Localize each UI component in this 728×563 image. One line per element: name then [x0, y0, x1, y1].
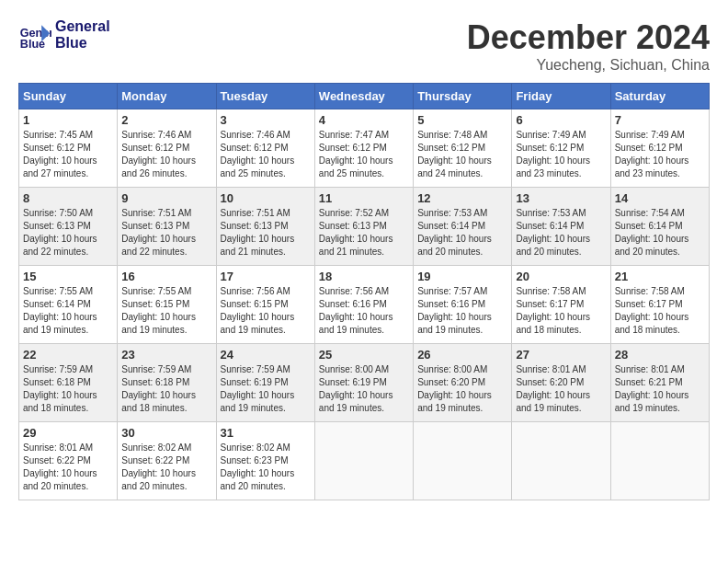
day-number: 8 — [23, 191, 113, 205]
day-number: 24 — [221, 348, 311, 362]
day-header-saturday: Saturday — [610, 84, 709, 109]
day-info: Sunrise: 7:51 AMSunset: 6:13 PMDaylight:… — [121, 207, 211, 259]
calendar-cell: 15 Sunrise: 7:55 AMSunset: 6:14 PMDaylig… — [19, 266, 118, 344]
day-info: Sunrise: 8:01 AMSunset: 6:20 PMDaylight:… — [516, 363, 606, 415]
day-info: Sunrise: 7:59 AMSunset: 6:18 PMDaylight:… — [121, 363, 211, 415]
day-number: 15 — [23, 270, 113, 283]
day-info: Sunrise: 7:56 AMSunset: 6:16 PMDaylight:… — [319, 285, 409, 337]
calendar-cell: 26 Sunrise: 8:00 AMSunset: 6:20 PMDaylig… — [414, 344, 512, 422]
day-info: Sunrise: 7:50 AMSunset: 6:13 PMDaylight:… — [23, 207, 113, 259]
day-info: Sunrise: 7:49 AMSunset: 6:12 PMDaylight:… — [516, 129, 606, 180]
day-number: 1 — [23, 113, 113, 127]
day-info: Sunrise: 7:49 AMSunset: 6:12 PMDaylight:… — [615, 129, 705, 180]
day-info: Sunrise: 7:57 AMSunset: 6:16 PMDaylight:… — [417, 285, 507, 337]
day-info: Sunrise: 7:58 AMSunset: 6:17 PMDaylight:… — [615, 285, 705, 337]
calendar-cell: 12 Sunrise: 7:53 AMSunset: 6:14 PMDaylig… — [414, 188, 512, 266]
calendar-cell — [512, 422, 610, 500]
day-header-friday: Friday — [512, 84, 610, 109]
day-info: Sunrise: 7:51 AMSunset: 6:13 PMDaylight:… — [221, 207, 311, 259]
day-info: Sunrise: 7:52 AMSunset: 6:13 PMDaylight:… — [319, 207, 409, 259]
month-title: December 2024 — [467, 18, 710, 57]
day-number: 23 — [121, 348, 211, 362]
day-number: 2 — [121, 113, 211, 127]
day-number: 21 — [615, 270, 705, 283]
day-info: Sunrise: 7:59 AMSunset: 6:18 PMDaylight:… — [23, 363, 113, 415]
day-number: 20 — [516, 270, 606, 283]
calendar: SundayMondayTuesdayWednesdayThursdayFrid… — [18, 83, 710, 500]
logo-general: General — [55, 18, 110, 35]
day-header-tuesday: Tuesday — [216, 84, 314, 109]
calendar-cell: 11 Sunrise: 7:52 AMSunset: 6:13 PMDaylig… — [314, 188, 413, 266]
calendar-cell: 19 Sunrise: 7:57 AMSunset: 6:16 PMDaylig… — [414, 266, 512, 344]
day-number: 27 — [516, 348, 606, 362]
calendar-cell: 29 Sunrise: 8:01 AMSunset: 6:22 PMDaylig… — [19, 422, 118, 500]
day-info: Sunrise: 8:02 AMSunset: 6:23 PMDaylight:… — [221, 442, 311, 493]
day-number: 19 — [417, 270, 507, 283]
calendar-cell: 28 Sunrise: 8:01 AMSunset: 6:21 PMDaylig… — [610, 344, 709, 422]
calendar-cell: 3 Sunrise: 7:46 AMSunset: 6:12 PMDayligh… — [216, 109, 314, 188]
calendar-cell: 2 Sunrise: 7:46 AMSunset: 6:12 PMDayligh… — [118, 109, 216, 188]
day-number: 14 — [615, 191, 705, 205]
day-number: 13 — [516, 191, 606, 205]
day-number: 22 — [23, 348, 113, 362]
calendar-cell: 5 Sunrise: 7:48 AMSunset: 6:12 PMDayligh… — [414, 109, 512, 188]
day-number: 30 — [121, 426, 211, 440]
day-info: Sunrise: 7:55 AMSunset: 6:15 PMDaylight:… — [121, 285, 211, 337]
calendar-cell: 8 Sunrise: 7:50 AMSunset: 6:13 PMDayligh… — [19, 188, 118, 266]
logo-blue: Blue — [55, 35, 110, 52]
calendar-cell: 30 Sunrise: 8:02 AMSunset: 6:22 PMDaylig… — [118, 422, 216, 500]
calendar-cell: 10 Sunrise: 7:51 AMSunset: 6:13 PMDaylig… — [216, 188, 314, 266]
day-number: 5 — [417, 113, 507, 127]
day-number: 29 — [23, 426, 113, 440]
calendar-cell: 17 Sunrise: 7:56 AMSunset: 6:15 PMDaylig… — [216, 266, 314, 344]
day-number: 17 — [221, 270, 311, 283]
day-number: 3 — [221, 113, 311, 127]
day-info: Sunrise: 8:01 AMSunset: 6:22 PMDaylight:… — [23, 442, 113, 493]
day-info: Sunrise: 7:46 AMSunset: 6:12 PMDaylight:… — [221, 129, 311, 180]
calendar-cell: 1 Sunrise: 7:45 AMSunset: 6:12 PMDayligh… — [19, 109, 118, 188]
calendar-cell: 22 Sunrise: 7:59 AMSunset: 6:18 PMDaylig… — [19, 344, 118, 422]
day-info: Sunrise: 7:58 AMSunset: 6:17 PMDaylight:… — [516, 285, 606, 337]
header: General Blue General Blue December 2024 … — [18, 18, 710, 74]
title-area: December 2024 Yuecheng, Sichuan, China — [467, 18, 710, 74]
day-info: Sunrise: 7:55 AMSunset: 6:14 PMDaylight:… — [23, 285, 113, 337]
day-info: Sunrise: 7:45 AMSunset: 6:12 PMDaylight:… — [23, 129, 113, 180]
day-number: 7 — [615, 113, 705, 127]
calendar-cell: 9 Sunrise: 7:51 AMSunset: 6:13 PMDayligh… — [118, 188, 216, 266]
calendar-cell: 18 Sunrise: 7:56 AMSunset: 6:16 PMDaylig… — [314, 266, 413, 344]
day-number: 16 — [121, 270, 211, 283]
day-info: Sunrise: 8:00 AMSunset: 6:20 PMDaylight:… — [417, 363, 507, 415]
day-number: 12 — [417, 191, 507, 205]
logo-icon: General Blue — [18, 18, 51, 52]
calendar-cell: 21 Sunrise: 7:58 AMSunset: 6:17 PMDaylig… — [610, 266, 709, 344]
calendar-cell: 14 Sunrise: 7:54 AMSunset: 6:14 PMDaylig… — [610, 188, 709, 266]
day-info: Sunrise: 8:00 AMSunset: 6:19 PMDaylight:… — [319, 363, 409, 415]
day-info: Sunrise: 7:47 AMSunset: 6:12 PMDaylight:… — [319, 129, 409, 180]
day-info: Sunrise: 7:53 AMSunset: 6:14 PMDaylight:… — [417, 207, 507, 259]
day-number: 10 — [221, 191, 311, 205]
day-info: Sunrise: 8:02 AMSunset: 6:22 PMDaylight:… — [121, 442, 211, 493]
calendar-cell: 27 Sunrise: 8:01 AMSunset: 6:20 PMDaylig… — [512, 344, 610, 422]
day-header-wednesday: Wednesday — [314, 84, 413, 109]
day-info: Sunrise: 7:53 AMSunset: 6:14 PMDaylight:… — [516, 207, 606, 259]
day-header-monday: Monday — [118, 84, 216, 109]
day-info: Sunrise: 8:01 AMSunset: 6:21 PMDaylight:… — [615, 363, 705, 415]
calendar-cell: 6 Sunrise: 7:49 AMSunset: 6:12 PMDayligh… — [512, 109, 610, 188]
day-header-thursday: Thursday — [414, 84, 512, 109]
day-header-sunday: Sunday — [19, 84, 118, 109]
calendar-cell — [314, 422, 413, 500]
calendar-cell: 31 Sunrise: 8:02 AMSunset: 6:23 PMDaylig… — [216, 422, 314, 500]
calendar-cell: 20 Sunrise: 7:58 AMSunset: 6:17 PMDaylig… — [512, 266, 610, 344]
day-number: 11 — [319, 191, 409, 205]
calendar-cell: 25 Sunrise: 8:00 AMSunset: 6:19 PMDaylig… — [314, 344, 413, 422]
day-number: 25 — [319, 348, 409, 362]
day-number: 31 — [221, 426, 311, 440]
calendar-cell: 13 Sunrise: 7:53 AMSunset: 6:14 PMDaylig… — [512, 188, 610, 266]
day-info: Sunrise: 7:54 AMSunset: 6:14 PMDaylight:… — [615, 207, 705, 259]
calendar-cell: 4 Sunrise: 7:47 AMSunset: 6:12 PMDayligh… — [314, 109, 413, 188]
day-number: 6 — [516, 113, 606, 127]
day-info: Sunrise: 7:59 AMSunset: 6:19 PMDaylight:… — [221, 363, 311, 415]
calendar-cell — [610, 422, 709, 500]
day-info: Sunrise: 7:48 AMSunset: 6:12 PMDaylight:… — [417, 129, 507, 180]
calendar-cell: 7 Sunrise: 7:49 AMSunset: 6:12 PMDayligh… — [610, 109, 709, 188]
